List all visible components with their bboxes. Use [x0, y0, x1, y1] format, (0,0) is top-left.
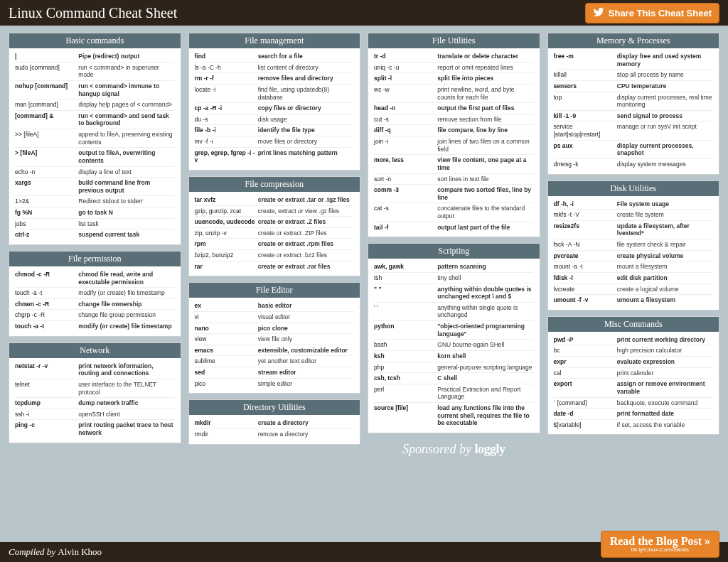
section-title: Scripting: [368, 244, 540, 259]
section-body: mkdircreate a directoryrmdirremove a dir…: [189, 415, 360, 443]
card-filemgmt: File managementfindsearch for a filels -…: [188, 33, 361, 171]
card-fileutil: File Utilitiestr -dtranslate or delete c…: [368, 33, 540, 237]
command: rar: [195, 263, 255, 271]
section-title: Memory & Processes: [548, 33, 719, 48]
description: sort lines in text file: [437, 175, 533, 183]
command-row: viewview file only: [195, 334, 355, 345]
command: man [command]: [15, 101, 75, 109]
command: [command] &: [15, 112, 75, 127]
command-row: fg %Ngo to task N: [15, 207, 175, 219]
command: rmdir: [195, 431, 255, 438]
command: view: [195, 335, 255, 343]
section-title: File Utilities: [368, 33, 540, 48]
command: chgrp -c -R: [15, 311, 75, 319]
description: remove a directory: [258, 431, 354, 438]
command-row: python"object-oriented programming langu…: [374, 321, 534, 340]
description: manage or run sysV init script: [617, 123, 713, 138]
command: netstat -r -v: [15, 362, 75, 377]
command: mv -f -i: [195, 138, 255, 146]
description: translate or delete character: [437, 53, 533, 60]
description: print current working directory: [617, 336, 713, 344]
section-title: Directory Utilities: [189, 400, 360, 415]
blog-button[interactable]: Read the Blog Post » bit.ly/Linux-Comman…: [601, 531, 719, 558]
description: display help pages of < command>: [78, 101, 174, 109]
command-row: jobslist task: [15, 219, 175, 230]
description: create or extract .Z files: [258, 218, 354, 226]
command: sed: [195, 369, 255, 377]
command-row: head -noutput the first part of files: [374, 103, 534, 114]
description: File system usage: [617, 200, 713, 208]
command-row: ps auxdisplay current processes, snapsho…: [554, 141, 714, 159]
command-row: ls -a -C -hlist content of directory: [195, 63, 355, 74]
command: service [start|stop|restart]: [554, 123, 614, 138]
column-3: File Utilitiestr -dtranslate or delete c…: [368, 33, 540, 536]
command-row: $[variable]if set, access the variable: [554, 420, 714, 431]
description: create a logical volume: [617, 286, 713, 293]
column-1: Basic commands|Pipe (redirect) outputsud…: [9, 33, 181, 536]
command-row: rm -r -fremove files and directory: [195, 73, 355, 85]
description: remove section from file: [437, 116, 533, 124]
command: chmod -c -R: [15, 271, 75, 286]
description: create or extract .tar or .tgz files: [258, 196, 354, 204]
command: cat -s: [374, 205, 434, 220]
description: change file group permission: [78, 311, 174, 319]
description: edit disk partition: [617, 274, 713, 282]
command: export: [554, 380, 614, 395]
command: > [fileA]: [15, 149, 75, 164]
description: run < command> immune to hangup signal: [78, 82, 174, 97]
command: ls -a -C -h: [195, 64, 255, 72]
command: mkdir: [195, 419, 255, 427]
description: create or extract .rpm files: [258, 240, 354, 248]
command-row: csh, tcshC shell: [374, 373, 534, 384]
section-title: Disk Utilities: [548, 181, 719, 196]
command: head -n: [374, 104, 434, 112]
command-row: cat -sconcatenate files to the standard …: [374, 203, 534, 222]
description: Pipe (redirect) output: [78, 53, 174, 60]
section-body: tr -dtranslate or delete characteruniq -…: [368, 48, 540, 237]
author-name: Alvin Khoo: [58, 546, 102, 558]
card-dir: Directory Utilitiesmkdircreate a directo…: [188, 399, 361, 444]
command-row: sensorsCPU temperature: [554, 81, 714, 92]
command-row: [command] &run < command> and send task …: [15, 111, 175, 129]
share-button[interactable]: Share This Cheat Sheet: [585, 3, 719, 23]
command-row: calprint calender: [554, 368, 714, 379]
sponsor-logo: loggly: [474, 442, 505, 456]
description: pattern scanning: [437, 263, 533, 271]
description: openSSH client: [78, 411, 174, 418]
command-row: awk, gawkpattern scanning: [374, 261, 534, 273]
section-body: findsearch for a filels -a -C -hlist con…: [189, 48, 360, 170]
command: lvcreate: [554, 286, 614, 293]
description: run < command> in superuser mode: [78, 64, 174, 79]
blog-sub: bit.ly/Linux-Commands: [610, 547, 710, 553]
description: chmod file read, write and executable pe…: [78, 271, 174, 286]
command: php: [374, 364, 434, 372]
section-body: chmod -c -Rchmod file read, write and ex…: [9, 266, 181, 336]
command: rm -r -f: [195, 75, 255, 82]
command-row: service [start|stop|restart]manage or ru…: [554, 121, 714, 140]
command-row: mkdircreate a directory: [195, 418, 355, 429]
command: sort -n: [374, 175, 434, 183]
command-row: echo -ndisplay a line of text: [15, 167, 175, 178]
section-title: File permission: [9, 252, 181, 266]
command-row: exportassign or remove environment varia…: [554, 379, 714, 397]
description: run < command> and send task to backgrou…: [78, 112, 174, 127]
command: fg %N: [15, 209, 75, 217]
command: ` [command]: [554, 399, 614, 407]
command-row: cp -a -R -icopy files or directory: [195, 103, 355, 114]
command-row: touch -a -tmodify (or create) file times…: [15, 288, 175, 299]
command-row: comm -3compare two sorted files, line by…: [374, 185, 534, 203]
description: anything within single quote is unchange…: [437, 304, 533, 319]
command: ssh -i: [15, 411, 75, 418]
command-row: exbasic editor: [195, 301, 355, 312]
command-row: file -b -iidentify the file type: [195, 125, 355, 136]
command: more, less: [374, 156, 434, 171]
command-row: topdisplay current processes, real time …: [554, 92, 714, 111]
command-row: chgrp -c -Rchange file group permission: [15, 310, 175, 321]
command: cut -s: [374, 116, 434, 124]
description: send signal to process: [617, 112, 713, 120]
section-title: File management: [189, 33, 360, 48]
command-row: |Pipe (redirect) output: [15, 51, 175, 63]
sponsor-line: Sponsored by loggly: [368, 442, 540, 457]
command: kill -1 -9: [554, 112, 614, 120]
command-row: grep, egrep, fgrep -i -vprint lines matc…: [195, 148, 355, 166]
